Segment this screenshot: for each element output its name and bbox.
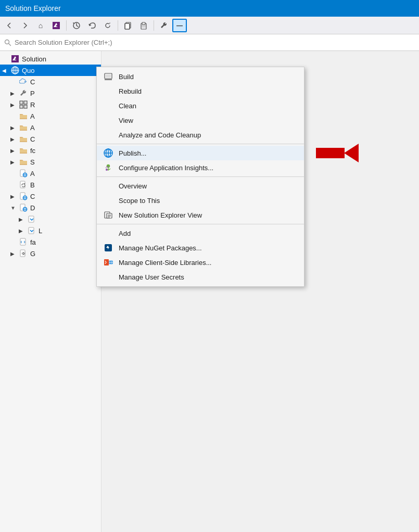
globe-file-icon-d (19, 203, 28, 212)
tree-item-r[interactable]: ▶ R (0, 99, 101, 110)
menu-item-clean-label: Clean (119, 102, 298, 110)
tree-item-c[interactable]: C (0, 76, 101, 87)
folder-icon-a2 (19, 123, 28, 132)
tree-item-s-label: S (30, 158, 35, 166)
gear-file-icon (19, 249, 28, 258)
tree-item-b[interactable]: B (0, 179, 101, 191)
copy-files-btn[interactable] (121, 19, 135, 32)
menu-item-manage-nuget[interactable]: Manage NuGet Packages... (97, 240, 304, 255)
tree-item-fa[interactable]: fa (0, 236, 101, 248)
menu-item-scope-to-this[interactable]: Scope to This (97, 193, 304, 208)
tree-item-d-sub2[interactable]: ▶ L (0, 225, 101, 236)
separator-2 (97, 176, 304, 177)
tree-item-c2-label: C (30, 135, 35, 143)
tree-item-p-label: P (30, 90, 35, 97)
menu-item-view-label: View (119, 117, 298, 124)
folder-icon-c2 (19, 134, 28, 144)
globe-icon-quo (10, 66, 20, 75)
tree-item-p[interactable]: ▶ P (0, 87, 101, 99)
tree-item-a2[interactable]: ▶ A (0, 122, 101, 133)
history-btn[interactable] (69, 19, 84, 32)
menu-item-manage-client-libs-label: Manage Client-Side Libraries... (119, 259, 298, 267)
tools-btn[interactable] (157, 19, 171, 32)
paste-btn[interactable] (136, 19, 151, 32)
menu-item-build[interactable]: Build (97, 69, 304, 84)
svg-rect-16 (24, 101, 27, 104)
arrow-file-icon-2 (27, 226, 36, 235)
tree-item-a1[interactable]: A (0, 110, 101, 122)
tree-item-c3-label: C (30, 193, 35, 200)
menu-item-build-label: Build (119, 73, 298, 81)
forward-btn[interactable] (18, 19, 32, 32)
tree-item-s[interactable]: ▶ S (0, 156, 101, 168)
tree-item-d-sub1[interactable]: ▶ (0, 213, 101, 225)
menu-item-overview-label: Overview (119, 182, 298, 190)
tree-item-a1-label: A (30, 112, 35, 120)
context-menu: Build Rebuild Clean View Analyze and Cod… (96, 67, 304, 287)
globe-file-icon-a3 (19, 169, 28, 178)
svg-point-9 (5, 40, 9, 44)
menu-item-manage-client-libs[interactable]: Manage Client-Side Libraries... (97, 255, 304, 270)
menu-item-publish-label: Publish... (119, 149, 298, 157)
search-bar (0, 34, 419, 51)
title-bar-label: Solution Explorer (5, 4, 61, 12)
toolbar: ⌂ (0, 17, 419, 34)
menu-item-rebuild[interactable]: Rebuild (97, 84, 304, 98)
toolbar-sep-1 (66, 20, 67, 31)
menu-item-clean[interactable]: Clean (97, 98, 304, 113)
folder-icon-a1 (19, 111, 28, 121)
svg-rect-18 (24, 105, 27, 108)
menu-item-manage-nuget-label: Manage NuGet Packages... (119, 244, 298, 252)
tree-item-a3-label: A (30, 170, 35, 178)
svg-rect-6 (142, 22, 145, 24)
svg-rect-8 (142, 27, 146, 27)
search-input[interactable] (15, 39, 415, 46)
grid-icon (19, 100, 28, 109)
menu-item-new-solution-view[interactable]: New Solution Explorer View (97, 208, 304, 222)
tree-item-d-label: D (30, 204, 35, 212)
toggle-btn[interactable]: — (172, 19, 187, 32)
menu-item-add[interactable]: Add (97, 226, 304, 240)
menu-item-manage-user-secrets-label: Manage User Secrets (119, 273, 298, 281)
tree-item-fc[interactable]: ▶ fc (0, 145, 101, 156)
arrow-file-icon-1 (27, 214, 36, 224)
sync-file-icon (19, 180, 28, 189)
title-bar: Solution Explorer (0, 0, 419, 17)
toolbar-sep-3 (154, 20, 154, 31)
publish-globe-icon (102, 147, 115, 159)
globe-file-icon-c3 (19, 192, 28, 201)
menu-item-overview[interactable]: Overview (97, 179, 304, 193)
tree-item-solution-label: Solution (22, 55, 46, 63)
svg-rect-15 (20, 101, 23, 104)
undo-btn[interactable] (85, 19, 99, 32)
menu-item-analyze[interactable]: Analyze and Code Cleanup (97, 128, 304, 142)
menu-item-scope-to-this-label: Scope to This (119, 197, 298, 205)
svg-rect-3 (125, 23, 130, 29)
folder-icon-fc (19, 146, 28, 155)
svg-rect-37 (106, 74, 111, 78)
refresh-btn[interactable] (100, 19, 115, 32)
code-file-icon (19, 237, 28, 247)
tree-item-d[interactable]: ▼ D (0, 202, 101, 213)
search-icon (4, 39, 11, 46)
svg-rect-7 (142, 25, 146, 26)
menu-item-manage-user-secrets[interactable]: Manage User Secrets (97, 270, 304, 284)
tree-item-c3[interactable]: ▶ C (0, 191, 101, 202)
menu-item-view[interactable]: View (97, 113, 304, 128)
tree-item-g-label: G (30, 250, 35, 258)
back-btn[interactable] (2, 19, 17, 32)
tree-item-g[interactable]: ▶ G (0, 248, 101, 259)
home-btn[interactable]: ⌂ (33, 19, 48, 32)
tree-item-quoproject[interactable]: ◀ Quo (0, 65, 101, 76)
tree-item-c2[interactable]: ▶ C (0, 133, 101, 145)
build-icon (102, 70, 115, 83)
tree-item-quoproject-label: Quo (22, 67, 35, 74)
menu-item-configure-insights[interactable]: Configure Application Insights... (97, 160, 304, 175)
menu-item-publish[interactable]: Publish... (97, 146, 304, 160)
tree-item-solution[interactable]: Solution (0, 53, 101, 65)
nuget-icon (102, 242, 115, 254)
client-libs-icon (102, 256, 115, 269)
tree-item-a3[interactable]: A (0, 168, 101, 179)
vs-solution-icon (10, 54, 20, 64)
vs-btn[interactable] (49, 19, 64, 32)
